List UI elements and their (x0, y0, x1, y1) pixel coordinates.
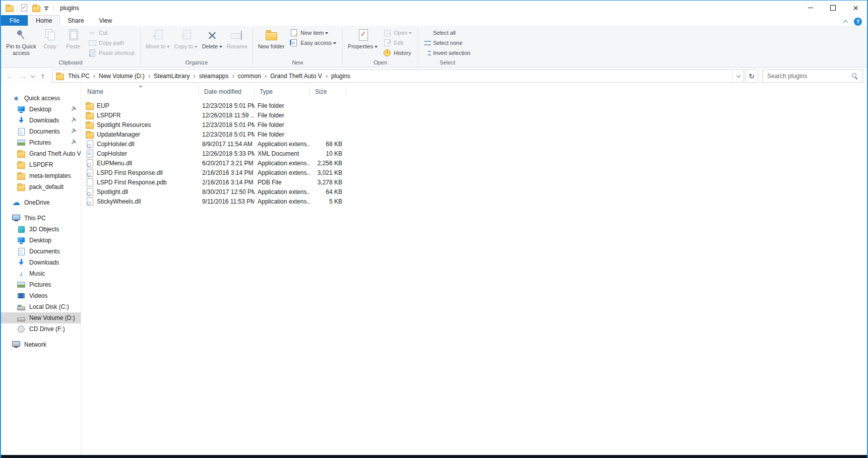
file-row-updatemanager[interactable]: UpdateManager12/23/2018 5:01 PMFile fold… (82, 129, 867, 139)
ribbon-rename-button[interactable]: Rename (224, 27, 250, 58)
tab-file[interactable]: File (1, 15, 28, 26)
qat-new-folder-icon[interactable] (32, 4, 40, 12)
tab-view[interactable]: View (91, 15, 119, 26)
breadcrumb-item-grand-theft-auto-v[interactable]: Grand Theft Auto V (267, 71, 325, 82)
search-box[interactable] (762, 70, 863, 83)
ribbon-new-item-button[interactable]: New item (286, 28, 339, 38)
sidebar-item-lspdfr[interactable]: LSPDFR (1, 159, 81, 170)
breadcrumb-item-this-pc[interactable]: This PC (65, 71, 93, 82)
back-button[interactable]: ← (3, 70, 16, 83)
sidebar-item-this-pc[interactable]: This PC (1, 213, 81, 224)
sidebar-item-downloads[interactable]: Downloads (1, 257, 81, 268)
pin-icon (68, 104, 78, 114)
file-row-copholster-dll[interactable]: CopHolster.dll8/9/2017 11:54 AMApplicati… (82, 139, 867, 149)
sidebar-item-pictures[interactable]: Pictures (1, 279, 81, 290)
sidebar-item-quick-access[interactable]: Quick access (1, 93, 81, 104)
file-row-spotlight-resources[interactable]: Spotlight Resources12/23/2018 5:01 PMFil… (82, 120, 867, 129)
sidebar-item-desktop[interactable]: Desktop (1, 104, 81, 115)
minimize-button[interactable] (799, 1, 822, 15)
search-input[interactable] (763, 73, 851, 80)
tab-share[interactable]: Share (60, 15, 91, 26)
ribbon-open-button[interactable]: Open (380, 28, 415, 38)
file-row-eupmenu-dll[interactable]: EUPMenu.dll6/20/2017 3:21 PMApplication … (82, 158, 867, 168)
disk-icon (17, 303, 25, 311)
breadcrumb-item-new-volume-d[interactable]: New Volume (D:) (96, 71, 148, 82)
file-list[interactable]: EUP12/23/2018 5:01 PMFile folderLSPDFR12… (82, 98, 867, 455)
window-folder-icon (6, 4, 14, 12)
maximize-button[interactable] (822, 1, 844, 15)
file-row-copholster[interactable]: CopHolster12/26/2018 5:33 PMXML Document… (82, 149, 867, 158)
sidebar-item-network[interactable]: Network (1, 339, 81, 350)
sidebar-item-documents[interactable]: Documents (1, 246, 81, 257)
sidebar-item-meta-templates[interactable]: meta-templates (1, 170, 81, 181)
ribbon-history-button[interactable]: History (380, 48, 415, 58)
column-header-date-modified[interactable]: Date modified (199, 87, 255, 97)
ribbon-copy-button[interactable]: Copy (38, 27, 61, 58)
breadcrumb-item-steamlibrary[interactable]: SteamLibrary (151, 71, 193, 82)
sort-ascending-icon (139, 85, 143, 87)
file-row-stickywheels-dll[interactable]: StickyWheels.dll9/11/2016 11:53 PMApplic… (82, 197, 867, 206)
ribbon-move-to-button[interactable]: Move to (144, 27, 172, 58)
sidebar-item-cd-drive-f[interactable]: CD Drive (F:) (1, 323, 81, 335)
ribbon-properties-button[interactable]: Properties (346, 27, 380, 58)
ribbon-edit-button[interactable]: Edit (380, 38, 415, 48)
ribbon-select-none-button[interactable]: Select none (421, 38, 473, 48)
column-header-label: Size (315, 88, 327, 95)
ribbon-invert-selection-button[interactable]: Invert selection (421, 48, 473, 58)
file-row-eup[interactable]: EUP12/23/2018 5:01 PMFile folder (82, 101, 867, 110)
sidebar-item-music[interactable]: Music (1, 268, 81, 279)
ribbon-group-select: Select allSelect noneInvert selectionSel… (418, 26, 476, 67)
qat-properties-icon[interactable] (20, 4, 28, 12)
ribbon-copy-path-button[interactable]: Copy path (85, 38, 137, 48)
column-header-label: Name (87, 88, 103, 95)
qat-customize-dropdown-icon[interactable] (42, 4, 50, 12)
sidebar-item-label: Documents (29, 128, 60, 135)
file-row-lspd-first-response-pdb[interactable]: LSPD First Response.pdb2/16/2016 3:14 PM… (82, 177, 867, 187)
ribbon-paste-shortcut-button[interactable]: Paste shortcut (85, 48, 137, 58)
forward-button[interactable]: → (16, 70, 29, 83)
ribbon-copy-to-button[interactable]: Copy to (172, 27, 200, 58)
tab-home[interactable]: Home (28, 15, 60, 26)
sidebar-item-desktop[interactable]: Desktop (1, 235, 81, 246)
sidebar-item-onedrive[interactable]: OneDrive (1, 197, 81, 208)
column-header-name[interactable]: Name (82, 87, 199, 97)
xml-file-icon (86, 150, 94, 158)
recent-locations-dropdown-icon[interactable] (29, 70, 36, 83)
breadcrumb-item-plugins[interactable]: plugins (328, 71, 353, 82)
sidebar-item-documents[interactable]: Documents (1, 126, 81, 137)
sidebar-item-new-volume-d[interactable]: New Volume (D:) (1, 312, 81, 323)
ribbon-pin-to-quick-access-button[interactable]: Pin to Quick access (4, 27, 38, 58)
file-row-lspd-first-response-dll[interactable]: LSPD First Response.dll2/16/2016 3:14 PM… (82, 168, 867, 177)
file-date-cell: 9/11/2016 11:53 PM (199, 198, 255, 205)
close-button[interactable] (844, 1, 867, 15)
ribbon-new-folder-button[interactable]: New folder (256, 27, 287, 58)
up-button[interactable]: ↑ (36, 70, 49, 83)
ribbon-button-label: Copy (43, 43, 56, 50)
sidebar-item-pack-default[interactable]: pack_default (1, 181, 81, 192)
sidebar-item-pictures[interactable]: Pictures (1, 137, 81, 148)
sidebar-item-grand-theft-auto-v[interactable]: Grand Theft Auto V (1, 148, 81, 159)
sidebar-item-videos[interactable]: Videos (1, 290, 81, 301)
ribbon-paste-button[interactable]: Paste (61, 27, 85, 58)
ribbon-easy-access-button[interactable]: Easy access (286, 38, 339, 48)
sidebar-item-label: Music (29, 270, 45, 277)
ribbon-delete-button[interactable]: Delete (200, 27, 224, 58)
ribbon-cut-button[interactable]: Cut (85, 28, 137, 38)
sidebar-item-local-disk-c[interactable]: Local Disk (C:) (1, 301, 81, 312)
sidebar-item-downloads[interactable]: Downloads (1, 115, 81, 126)
file-row-lspdfr[interactable]: LSPDFR12/26/2018 11:59 ...File folder (82, 110, 867, 120)
main-area: Quick accessDesktopDownloadsDocumentsPic… (1, 84, 867, 455)
refresh-button[interactable]: ↻ (745, 70, 758, 83)
address-bar[interactable]: This PC›New Volume (D:)›SteamLibrary›ste… (52, 70, 744, 83)
column-header-type[interactable]: Type (255, 87, 310, 97)
breadcrumb-item-common[interactable]: common (235, 71, 264, 82)
address-dropdown-icon[interactable] (732, 70, 743, 82)
collapse-ribbon-icon[interactable] (842, 18, 849, 25)
file-row-spotlight-dll[interactable]: Spotlight.dll8/30/2017 12:50 PMApplicati… (82, 187, 867, 197)
column-header-size[interactable]: Size (310, 87, 346, 97)
help-icon[interactable]: ? (854, 18, 862, 26)
ribbon-select-all-button[interactable]: Select all (421, 28, 473, 38)
sidebar-item-3d-objects[interactable]: 3D Objects (1, 224, 81, 235)
paste-icon (65, 28, 82, 42)
breadcrumb-item-steamapps[interactable]: steamapps (196, 71, 232, 82)
